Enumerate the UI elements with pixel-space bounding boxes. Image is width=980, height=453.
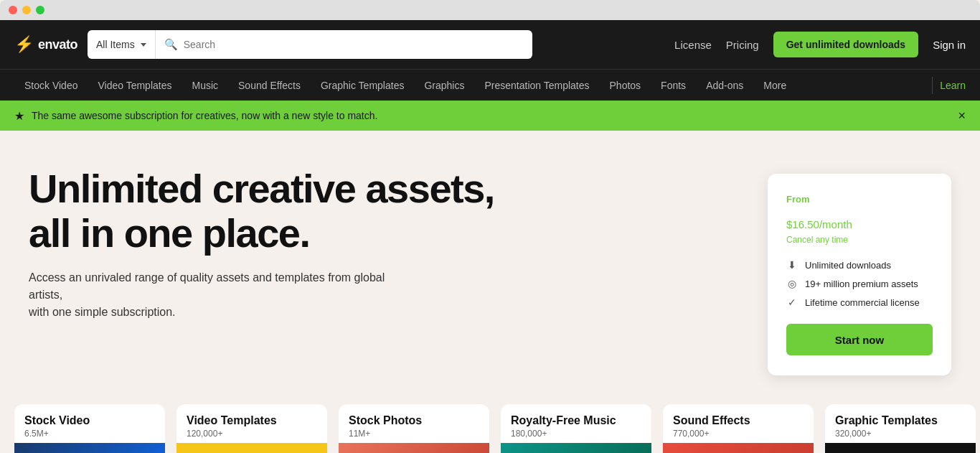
- assets-icon: ◎: [786, 278, 798, 289]
- hero-content: Unlimited creative assets, all in one pl…: [29, 167, 531, 321]
- card-thumbnail: [663, 443, 814, 453]
- search-input[interactable]: [184, 39, 524, 50]
- card-graphic-templates[interactable]: Graphic Templates 320,000+: [825, 404, 976, 453]
- card-thumbnail: [14, 443, 165, 453]
- feature-unlimited-downloads: ⬇ Unlimited downloads: [786, 259, 933, 271]
- card-count: 770,000+: [673, 429, 804, 439]
- logo-icon: ⚡: [14, 35, 34, 54]
- card-stock-video[interactable]: Stock Video 6.5M+: [14, 404, 165, 453]
- pricing-card: From $16.50/month Cancel any time ⬇ Unli…: [768, 174, 951, 375]
- nav-addons[interactable]: Add-ons: [696, 70, 753, 101]
- card-sound-effects[interactable]: Sound Effects 770,000+: [663, 404, 814, 453]
- nav-graphic-templates[interactable]: Graphic Templates: [311, 70, 414, 101]
- card-count: 180,000+: [511, 429, 641, 439]
- dot-red[interactable]: [9, 6, 17, 14]
- hero-subtitle: Access an unrivaled range of quality ass…: [29, 269, 409, 321]
- price-period: /month: [819, 218, 852, 230]
- license-icon: ✓: [786, 296, 798, 308]
- pricing-features-list: ⬇ Unlimited downloads ◎ 19+ million prem…: [786, 259, 933, 308]
- card-title: Stock Video: [24, 414, 155, 427]
- banner-close-button[interactable]: ×: [958, 109, 966, 122]
- nav-fonts[interactable]: Fonts: [651, 70, 696, 101]
- top-nav: ⚡ envato All Items 🔍 License Pricing Get…: [0, 20, 980, 69]
- card-thumbnail: [339, 443, 489, 453]
- card-title: Sound Effects: [673, 414, 804, 427]
- hero-title-line2: all in one place.: [29, 210, 310, 256]
- card-title: Video Templates: [187, 414, 317, 427]
- card-header: Stock Photos 11M+: [339, 404, 489, 443]
- card-header: Sound Effects 770,000+: [663, 404, 814, 443]
- banner-star-icon: ★: [14, 109, 24, 123]
- hero-section: Unlimited creative assets, all in one pl…: [0, 131, 980, 404]
- nav-stock-video[interactable]: Stock Video: [14, 70, 88, 101]
- card-count: 6.5M+: [24, 429, 155, 439]
- pricing-cancel-text: Cancel any time: [786, 235, 933, 245]
- promo-banner: ★ The same awesome subscription for crea…: [0, 101, 980, 131]
- chevron-down-icon: [141, 43, 146, 47]
- search-bar: All Items 🔍: [88, 30, 532, 59]
- logo-text: envato: [38, 37, 77, 52]
- card-count: 11M+: [349, 429, 479, 439]
- pricing-from-label: From: [786, 194, 933, 205]
- secondary-nav: Stock Video Video Templates Music Sound …: [0, 69, 980, 101]
- nav-presentation-templates[interactable]: Presentation Templates: [474, 70, 599, 101]
- feature-label-downloads: Unlimited downloads: [805, 260, 891, 271]
- search-input-wrap: 🔍: [156, 38, 532, 51]
- price-value: $16.50: [786, 218, 819, 230]
- card-count: 320,000+: [835, 429, 966, 439]
- dot-yellow[interactable]: [22, 6, 31, 14]
- search-icon: 🔍: [164, 38, 178, 51]
- start-now-button[interactable]: Start now: [786, 324, 933, 355]
- card-count: 120,000+: [187, 429, 317, 439]
- banner-text: The same awesome subscription for creati…: [32, 110, 951, 121]
- nav-graphics[interactable]: Graphics: [414, 70, 474, 101]
- card-thumbnail: [176, 443, 327, 453]
- feature-premium-assets: ◎ 19+ million premium assets: [786, 278, 933, 289]
- nav-right: License Pricing Get unlimited downloads …: [674, 32, 966, 57]
- card-thumbnail: [501, 443, 651, 453]
- hero-title-line1: Unlimited creative assets,: [29, 166, 494, 211]
- secondary-nav-items: Stock Video Video Templates Music Sound …: [14, 70, 925, 101]
- nav-divider: [932, 77, 933, 94]
- get-unlimited-button[interactable]: Get unlimited downloads: [773, 32, 918, 57]
- card-video-templates[interactable]: Video Templates 120,000+: [176, 404, 327, 453]
- window-chrome: [0, 0, 980, 20]
- card-header: Royalty-Free Music 180,000+: [501, 404, 651, 443]
- sign-in-link[interactable]: Sign in: [933, 39, 966, 51]
- pricing-price: $16.50/month: [786, 207, 933, 232]
- dropdown-label: All Items: [96, 39, 135, 50]
- category-cards-row: Stock Video 6.5M+ Video Templates 120,00…: [0, 404, 980, 453]
- download-icon: ⬇: [786, 259, 798, 271]
- card-stock-photos[interactable]: Stock Photos 11M+: [339, 404, 489, 453]
- nav-license-link[interactable]: License: [674, 39, 712, 51]
- nav-more[interactable]: More: [753, 70, 796, 101]
- hero-title: Unlimited creative assets, all in one pl…: [29, 167, 531, 255]
- feature-commercial-license: ✓ Lifetime commercial license: [786, 296, 933, 308]
- card-header: Stock Video 6.5M+: [14, 404, 165, 443]
- search-category-dropdown[interactable]: All Items: [88, 30, 156, 59]
- dot-green[interactable]: [36, 6, 44, 14]
- card-title: Royalty-Free Music: [511, 414, 641, 427]
- nav-photos[interactable]: Photos: [600, 70, 651, 101]
- logo-link[interactable]: ⚡ envato: [14, 35, 77, 54]
- feature-label-license: Lifetime commercial license: [805, 297, 920, 308]
- feature-label-assets: 19+ million premium assets: [805, 279, 918, 289]
- nav-music[interactable]: Music: [182, 70, 228, 101]
- nav-sound-effects[interactable]: Sound Effects: [228, 70, 311, 101]
- card-header: Video Templates 120,000+: [176, 404, 327, 443]
- card-royalty-free-music[interactable]: Royalty-Free Music 180,000+: [501, 404, 651, 453]
- nav-pricing-link[interactable]: Pricing: [726, 39, 759, 51]
- secondary-nav-right: Learn: [940, 80, 966, 91]
- card-title: Graphic Templates: [835, 414, 966, 427]
- card-header: Graphic Templates 320,000+: [825, 404, 976, 443]
- card-thumbnail: [825, 443, 976, 453]
- card-title: Stock Photos: [349, 414, 479, 427]
- nav-video-templates[interactable]: Video Templates: [88, 70, 182, 101]
- learn-link[interactable]: Learn: [940, 80, 966, 91]
